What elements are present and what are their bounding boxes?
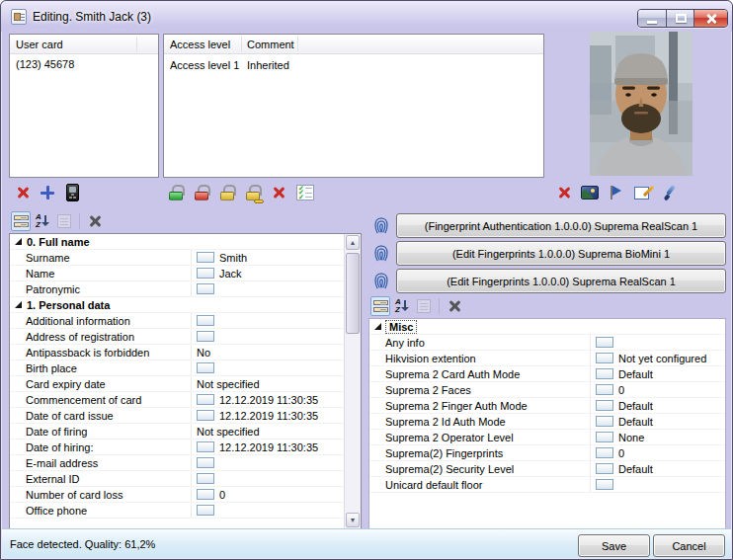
yellow-lock-button[interactable] — [215, 181, 239, 204]
value-checkbox[interactable] — [596, 337, 613, 348]
property-value: 12.12.2019 11:30:35 — [192, 392, 344, 407]
property-row[interactable]: Suprema 2 Operator LevelNone — [369, 430, 725, 445]
property-row[interactable]: Number of card loss0 — [10, 487, 344, 503]
delete-photo-button[interactable] — [552, 181, 576, 204]
value-checkbox[interactable] — [596, 479, 613, 490]
fingerprint-auth-icon — [368, 214, 394, 238]
property-row[interactable]: Suprema(2) Security LevelDefault — [369, 461, 725, 477]
device-button[interactable]: (Edit Fingerprints 1.0.0.0) Suprema Real… — [396, 269, 726, 293]
property-row[interactable]: Suprema 2 Finger Auth ModeDefault — [369, 398, 725, 414]
clear-property-button[interactable] — [445, 296, 464, 316]
crop-photo-button[interactable] — [629, 181, 653, 204]
value-checkbox[interactable] — [197, 489, 214, 500]
property-row[interactable]: Office phone — [10, 503, 344, 519]
property-row[interactable]: Commencement of card12.12.2019 11:30:35 — [10, 392, 344, 408]
sort-alphabetical-button[interactable] — [392, 296, 412, 316]
property-value-text: 0 — [618, 384, 624, 396]
value-checkbox[interactable] — [197, 315, 214, 326]
property-row[interactable]: Suprema 2 Card Auth ModeDefault — [369, 366, 725, 382]
value-checkbox[interactable] — [197, 457, 214, 468]
scroll-up-button[interactable] — [346, 235, 360, 250]
read-card-from-reader-button[interactable] — [60, 181, 84, 204]
categorized-view-button[interactable] — [11, 211, 31, 231]
access-list-button[interactable] — [293, 181, 317, 204]
property-row[interactable]: Birth place — [10, 360, 344, 376]
value-checkbox[interactable] — [596, 447, 613, 458]
property-row[interactable]: Address of registration — [10, 329, 344, 345]
category-row[interactable]: Misc — [369, 319, 725, 335]
property-name: Surname — [10, 250, 192, 265]
property-row[interactable]: Hikvision extentionNot yet configured — [369, 351, 725, 366]
property-row[interactable]: Date of hiring:12.12.2019 11:30:35 — [10, 440, 344, 455]
access-table-header[interactable]: Access level Comment — [164, 35, 543, 54]
scrollbar-thumb[interactable] — [346, 253, 360, 334]
property-value-text: Default — [618, 368, 653, 380]
property-row[interactable]: Antipassback is forbiddenNo — [10, 345, 344, 360]
property-row[interactable]: Suprema(2) Fingerprints0 — [369, 445, 725, 461]
value-checkbox[interactable] — [197, 283, 214, 294]
value-checkbox[interactable] — [197, 252, 214, 263]
property-row[interactable]: SurnameSmith — [10, 250, 344, 266]
yellow-lock-key-button[interactable] — [241, 181, 265, 204]
green-lock-button[interactable] — [164, 181, 188, 204]
access-level-panel: Access level Comment Access level 1Inher… — [163, 34, 544, 178]
value-checkbox[interactable] — [197, 441, 214, 452]
value-checkbox[interactable] — [596, 463, 613, 474]
property-row[interactable]: NameJack — [10, 266, 344, 281]
clear-property-button[interactable] — [85, 211, 105, 231]
property-row[interactable]: Date of firingNot specified — [10, 424, 344, 440]
property-row[interactable]: Card expiry dateNot specified — [10, 376, 344, 392]
property-row[interactable]: Patronymic — [10, 281, 344, 297]
load-photo-button[interactable] — [578, 181, 602, 204]
property-name: External ID — [10, 471, 192, 486]
value-checkbox[interactable] — [596, 400, 613, 411]
red-lock-button[interactable] — [190, 181, 213, 204]
property-row[interactable]: E-mail address — [10, 455, 344, 471]
property-row[interactable]: Unicard default floor — [369, 477, 725, 493]
value-checkbox[interactable] — [197, 331, 214, 342]
minimize-button[interactable] — [638, 10, 667, 27]
cancel-button[interactable]: Cancel — [653, 534, 725, 557]
draw-photo-button[interactable] — [657, 181, 681, 204]
property-row[interactable]: Additional information — [10, 313, 344, 329]
property-value: 0 — [591, 382, 725, 397]
toolbar-separator — [439, 298, 440, 314]
device-button[interactable]: (Edit Fingerprints 1.0.0.0) Suprema BioM… — [396, 241, 726, 266]
vertical-scrollbar[interactable] — [344, 234, 361, 528]
device-button[interactable]: (Fingerprint Authentication 1.0.0.0) Sup… — [396, 213, 726, 238]
scroll-down-button[interactable] — [346, 513, 360, 527]
capture-photo-button[interactable] — [604, 181, 627, 204]
value-checkbox[interactable] — [197, 410, 214, 421]
delete-card-button[interactable] — [11, 181, 35, 204]
property-row[interactable]: Suprema 2 Id Auth ModeDefault — [369, 414, 725, 430]
title-bar[interactable]: Editing. Smith Jack (3) — [1, 1, 732, 32]
value-checkbox[interactable] — [596, 416, 613, 427]
user-card-item[interactable]: (123) 45678 — [10, 54, 158, 74]
value-checkbox[interactable] — [596, 368, 613, 379]
category-row[interactable]: 1. Personal data — [10, 297, 344, 313]
value-checkbox[interactable] — [197, 505, 214, 516]
delete-access-button[interactable] — [267, 181, 290, 204]
value-checkbox[interactable] — [596, 432, 613, 442]
value-checkbox[interactable] — [197, 268, 214, 279]
categorized-view-button[interactable] — [370, 296, 390, 316]
add-card-button[interactable] — [36, 181, 59, 204]
value-checkbox[interactable] — [596, 353, 613, 363]
access-table-row[interactable]: Access level 1Inherited — [164, 54, 543, 75]
category-row[interactable]: 0. Full name — [10, 234, 344, 250]
value-checkbox[interactable] — [197, 394, 214, 405]
sort-alphabetical-button[interactable] — [33, 211, 52, 231]
close-button[interactable] — [694, 10, 727, 27]
property-row[interactable]: Date of card issue12.12.2019 11:30:35 — [10, 408, 344, 424]
save-button[interactable]: Save — [578, 534, 650, 557]
user-card-column-header[interactable]: User card — [10, 35, 158, 54]
property-row[interactable]: External ID — [10, 471, 344, 487]
maximize-button[interactable] — [667, 10, 694, 27]
property-row[interactable]: Suprema 2 Faces0 — [369, 382, 725, 398]
column-divider — [241, 37, 242, 51]
property-row[interactable]: Any info — [369, 335, 725, 351]
property-name: Any info — [369, 335, 591, 350]
value-checkbox[interactable] — [197, 362, 214, 373]
value-checkbox[interactable] — [197, 473, 214, 484]
value-checkbox[interactable] — [596, 384, 613, 395]
